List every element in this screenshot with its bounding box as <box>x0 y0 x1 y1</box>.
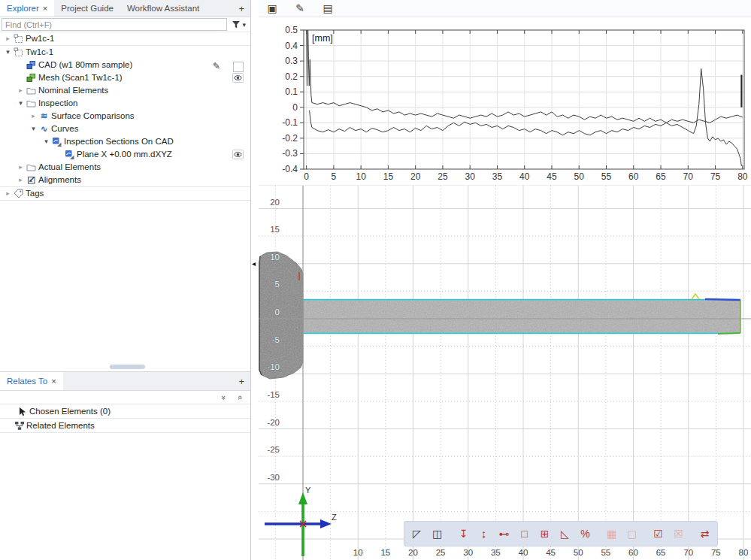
tree-item-label: Curves <box>50 123 78 135</box>
section-deviation-chart: 051015202530354045505560657075800.50.40.… <box>259 17 751 186</box>
svg-text:20: 20 <box>410 171 421 182</box>
expanded-arrow-icon[interactable]: ▾ <box>3 46 13 59</box>
expanded-arrow-icon[interactable]: ▾ <box>16 97 26 110</box>
collapsed-arrow-icon[interactable]: ▸ <box>3 187 13 200</box>
tree-item-label: Tw1c-1 <box>24 46 53 59</box>
viewport-y-label: 0 <box>275 307 280 316</box>
relates-mini-toolbar: » « <box>0 391 250 404</box>
new-tab-button[interactable]: + <box>232 0 250 17</box>
checked-elements-icon[interactable]: ☑ <box>650 525 666 543</box>
viewport-z-label: 30 <box>463 548 473 557</box>
expand-all-icon[interactable]: » <box>220 395 229 399</box>
tree-item-inspection[interactable]: ▾Inspection <box>0 97 250 110</box>
3d-viewport[interactable]: 20151050-5-10-15-20-25-30101520253035404… <box>259 186 751 560</box>
tree-item-mesh-scan1-tw1c-1[interactable]: Mesh (Scan1 Tw1c-1) <box>0 71 250 84</box>
tab-relates-to[interactable]: Relates To× <box>0 372 63 390</box>
tab-label: Project Guide <box>61 4 114 13</box>
collapsed-arrow-icon[interactable]: ▸ <box>29 110 38 123</box>
relates-to-panel: Relates To×+ » « Chosen Elements (0)Rela… <box>0 371 250 560</box>
funnel-icon <box>232 20 241 29</box>
relates-tabbar: Relates To×+ <box>0 372 250 391</box>
tree-item-pw1c-1[interactable]: ▸Pw1c-1 <box>0 32 250 46</box>
filter-dropdown-caret[interactable]: ▾ <box>242 21 246 29</box>
tree-item-curves[interactable]: ▾∿Curves <box>0 123 250 135</box>
y-axis-label: Y <box>305 486 311 495</box>
surf-icon: ≋ <box>38 110 50 123</box>
viewport-z-label: 35 <box>491 548 501 557</box>
tree-item-plane-x-0-00-mm-dxyz[interactable]: Plane X +0.00 mm.dXYZ <box>0 148 250 161</box>
link-label-icon[interactable]: % <box>577 525 593 543</box>
relates-rows: Chosen Elements (0)Related Elements <box>0 404 250 433</box>
related-icon <box>14 421 25 431</box>
section-arrow-icon[interactable]: ↨ <box>476 525 492 543</box>
tree-item-tw1c-1[interactable]: ▾Tw1c-1 <box>0 46 250 59</box>
tree-item-inspection-sections-on-cad[interactable]: ▾Inspection Sections On CAD <box>0 135 250 148</box>
horizontal-scrollbar-thumb[interactable] <box>110 365 145 369</box>
expanded-arrow-icon[interactable]: ▾ <box>41 135 51 148</box>
viewport-z-label: 10 <box>353 548 363 557</box>
viewport-y-label: 20 <box>270 198 280 207</box>
tree-item-actual-elements[interactable]: ▸Actual Elements <box>0 161 250 174</box>
z-axis-arrow <box>320 519 332 528</box>
angle-dimension-icon[interactable]: ◺ <box>557 525 573 543</box>
svg-text:-0.3: -0.3 <box>282 148 298 159</box>
explorer-panel: Explorer×Project GuideWorkflow Assistant… <box>0 0 251 560</box>
relates-row-chosen-elements-0[interactable]: Chosen Elements (0) <box>0 404 250 419</box>
tree-item-nominal-elements[interactable]: ▸Nominal Elements <box>0 84 250 97</box>
fit-frame-icon[interactable]: ▢ <box>624 525 640 543</box>
mesh-icon <box>26 73 37 83</box>
folder-icon <box>26 98 37 108</box>
tab-close-icon[interactable]: × <box>51 377 56 386</box>
relates-row-related-elements[interactable]: Related Elements <box>0 419 250 433</box>
viewport-y-label: -25 <box>267 445 280 454</box>
tree-item-label: Surface Comparisons <box>50 110 135 123</box>
cad-icon <box>26 60 37 70</box>
split-compare-icon[interactable]: ◫ <box>429 525 445 543</box>
svg-text:30: 30 <box>465 171 476 182</box>
tab-workflow-assistant[interactable]: Workflow Assistant <box>120 0 206 17</box>
collapse-all-icon[interactable]: « <box>236 395 245 399</box>
collapsed-arrow-icon[interactable]: ▸ <box>16 84 26 97</box>
dimension-line-icon[interactable]: ⊷ <box>496 525 512 543</box>
tab-project-guide[interactable]: Project Guide <box>54 0 120 17</box>
collapsed-arrow-icon[interactable]: ▸ <box>16 174 26 186</box>
tab-label: Explorer <box>7 4 39 13</box>
svg-text:-0.2: -0.2 <box>282 133 298 144</box>
filter-button[interactable]: ▾ <box>229 20 250 29</box>
collapsed-arrow-icon[interactable]: ▸ <box>16 161 26 174</box>
tree-item-surface-comparisons[interactable]: ▸≋Surface Comparisons <box>0 110 250 123</box>
section-icon <box>51 137 62 147</box>
yellow-deviation-spike <box>692 294 699 299</box>
deviation-flag-icon[interactable]: ↧ <box>456 525 471 543</box>
legend-box-icon[interactable]: ⊞ <box>537 525 553 543</box>
swap-stages-icon[interactable]: ⇄ <box>697 525 713 543</box>
visibility-checkbox[interactable] <box>233 62 244 72</box>
viewport-y-label: 15 <box>270 225 280 234</box>
grid-display-icon[interactable]: ▦ <box>604 525 619 543</box>
tab-close-icon[interactable]: × <box>43 4 47 13</box>
tree-item-alignments[interactable]: ▸Alignments <box>0 174 250 187</box>
tree-item-tags[interactable]: ▸Tags <box>0 187 250 201</box>
edit-annotation-icon[interactable]: ✎ <box>292 2 307 14</box>
chart-unit-label: [mm] <box>312 33 333 44</box>
rectangle-annotation-icon[interactable]: □ <box>516 525 532 543</box>
explorer-tabbar: Explorer×Project GuideWorkflow Assistant… <box>0 0 250 17</box>
tree-item-label: Plane X +0.00 mm.dXYZ <box>75 148 172 161</box>
crossed-elements-icon[interactable]: ☒ <box>671 525 686 543</box>
find-input[interactable] <box>2 18 227 31</box>
tree-item-label: CAD (w1 80mm sample) <box>37 59 132 71</box>
relates-new-tab-button[interactable]: + <box>232 372 250 390</box>
svg-text:10: 10 <box>356 171 366 182</box>
report-table-icon[interactable]: ▤ <box>320 2 335 14</box>
svg-text:0: 0 <box>292 102 298 113</box>
collapsed-arrow-icon[interactable]: ▸ <box>3 32 13 45</box>
view-options-toolbar: ◸◫↧↨⊷□⊞◺%▦▢☑☒⇄ <box>404 521 718 546</box>
expanded-arrow-icon[interactable]: ▾ <box>29 123 38 135</box>
tree-item-cad-w1-80mm-sample[interactable]: CAD (w1 80mm sample)✎ <box>0 59 250 71</box>
viewport-y-label: 10 <box>270 253 280 262</box>
save-report-icon[interactable]: ▣ <box>265 2 280 14</box>
rubber-band-select-icon[interactable]: ◸ <box>409 525 425 543</box>
viewport-z-label: 50 <box>574 548 583 557</box>
tab-explorer[interactable]: Explorer× <box>0 0 54 17</box>
collapse-panel-icon[interactable]: ◂ <box>252 259 256 268</box>
